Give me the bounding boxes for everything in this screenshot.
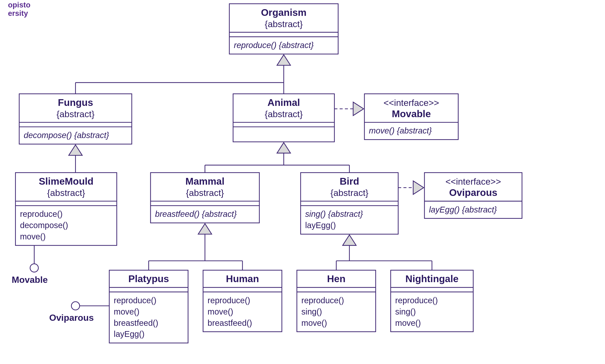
class-human-method: breastfeed() [208,318,252,327]
class-organism-name: {abstract} [265,19,303,29]
class-organism-name: Organism [261,7,307,18]
class-mammal-name: {abstract} [186,188,224,198]
realization-arrow [353,102,364,116]
class-slime-name: SlimeMould [39,176,93,187]
class-bird-name: Bird [340,176,359,187]
class-oviparous-name: <<interface>> [445,176,501,187]
generalization-arrow [277,55,291,65]
class-movable-name: <<interface>> [384,98,439,108]
class-human-method: reproduce() [208,296,250,305]
class-animal-name: Animal [268,97,300,108]
class-platypus-method: layEgg() [114,329,144,338]
class-platypus-method: move() [114,307,140,316]
class-slime-method: reproduce() [20,209,63,219]
class-human-method: move() [208,307,233,316]
class-oviparous-name: Oviparous [449,187,497,198]
class-platypus-method: reproduce() [114,296,156,305]
realization-arrow [413,181,424,194]
generalization-arrow [198,223,212,234]
generalization-arrow [277,143,291,153]
class-organism-method: reproduce() {abstract} [234,40,314,50]
class-bird-name: {abstract} [330,188,368,198]
class-bird-method: sing() {abstract} [305,209,363,219]
generalization-arrow [343,235,356,245]
class-slime-method: move() [20,232,46,241]
class-fungus-name: Fungus [58,97,93,108]
class-hen-name: Hen [327,273,346,284]
class-hen-method: move() [301,318,327,327]
class-platypus-method: breastfeed() [114,318,158,327]
class-nightingale-method: reproduce() [395,296,438,305]
lollipop-oviparous-label: Oviparous [49,313,94,323]
class-fungus-method: decompose() {abstract} [24,131,109,140]
class-animal-name: {abstract} [265,109,303,119]
class-slime-method: decompose() [20,221,68,230]
class-nightingale-method: sing() [395,307,416,316]
class-mammal-name: Mammal [185,176,224,187]
class-hen-method: sing() [301,307,322,316]
uml-class-diagram: opistoersityOrganism{abstract}reproduce(… [0,0,605,364]
class-nightingale-name: Nightingale [405,273,459,284]
class-nightingale-method: move() [395,318,421,327]
class-hen-method: reproduce() [301,296,344,305]
class-mammal-method: breastfeed() {abstract} [155,209,237,219]
class-fungus-name: {abstract} [56,109,94,119]
class-platypus-name: Platypus [129,273,169,284]
lollipop-movable-label: Movable [12,275,48,285]
class-movable-method: move() {abstract} [369,126,432,135]
class-human-name: Human [226,273,259,284]
class-bird-method: layEgg() [305,221,336,230]
generalization-arrow [69,145,82,155]
lollipop-movable [30,264,38,272]
class-oviparous-method: layEgg() {abstract} [429,205,497,214]
watermark: opisto [8,1,30,9]
class-movable-name: Movable [392,108,431,119]
lollipop-oviparous [71,302,79,310]
watermark: ersity [8,9,28,17]
class-slime-name: {abstract} [47,188,85,198]
